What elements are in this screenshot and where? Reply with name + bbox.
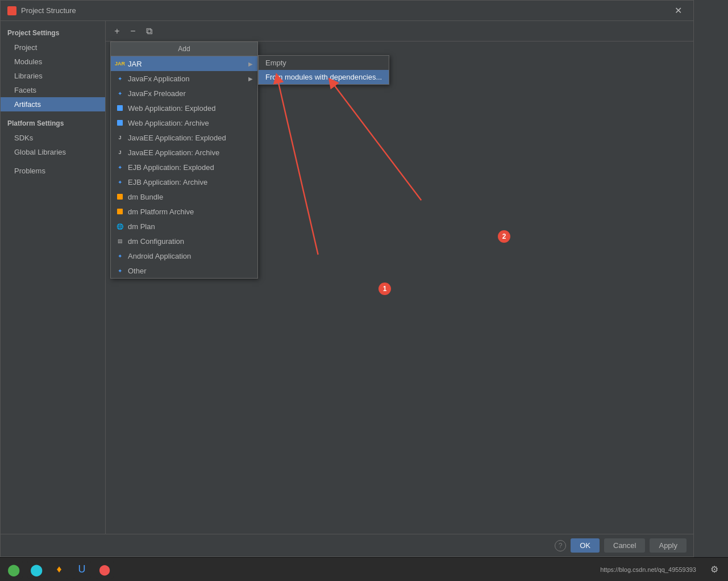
menu-item-ejb-archive[interactable]: ✦ EJB Application: Archive [111,175,257,189]
menu-item-javaee-archive[interactable]: J JavaEE Application: Archive [111,145,257,160]
web-app-archive-icon [115,118,124,127]
add-menu-header: Add [111,42,257,56]
other-icon: ✦ [115,266,124,275]
dm-platform-archive-icon [115,207,124,216]
android-app-icon: ✦ [115,251,124,260]
apply-button[interactable]: Apply [650,538,687,553]
submenu-item-empty[interactable]: Empty [259,56,389,70]
annotation-badge-1: 1 [378,283,391,295]
ejb-archive-icon: ✦ [115,177,124,186]
dm-plan-icon: 🌐 [115,222,124,231]
sidebar-item-project[interactable]: Project [1,40,105,55]
content-area: Project Settings Project Modules Librari… [1,21,693,534]
window-title: Project Structure [21,6,670,15]
javafx-app-icon: ✦ [115,74,124,83]
toolbar: + − ⧉ [106,21,693,42]
ok-button[interactable]: OK [571,538,600,553]
annotation-badge-2: 2 [498,230,510,243]
menu-item-javafx-preloader[interactable]: ✦ JavaFx Preloader [111,86,257,101]
taskbar-icon-5[interactable]: ⬤ [95,561,114,579]
taskbar-icon-4[interactable]: U [73,561,91,579]
sidebar-item-problems[interactable]: Problems [1,164,105,178]
javafx-preloader-icon: ✦ [115,89,124,98]
sidebar-divider [1,111,105,116]
ejb-exploded-icon: ✦ [115,163,124,172]
sidebar-item-sdks[interactable]: SDKs [1,131,105,145]
title-bar: Project Structure ✕ [1,1,693,21]
cancel-button[interactable]: Cancel [604,538,645,553]
project-structure-dialog: Project Structure ✕ Project Settings Pro… [0,0,694,557]
project-settings-header: Project Settings [1,26,105,40]
javaee-archive-icon: J [115,148,124,157]
sidebar-item-modules[interactable]: Modules [1,55,105,69]
menu-item-dm-bundle[interactable]: dm Bundle [111,189,257,204]
submenu-item-from-modules[interactable]: From modules with dependencies... [259,70,389,84]
platform-settings-header: Platform Settings [1,116,105,131]
add-button[interactable]: + [110,24,124,38]
sidebar-item-artifacts[interactable]: Artifacts [1,97,105,111]
web-app-exploded-icon [115,103,124,113]
sub-menu: Empty From modules with dependencies... [258,55,389,85]
help-button[interactable]: ? [555,540,566,551]
dm-config-icon: ▤ [115,236,124,246]
app-icon [7,6,16,15]
url-display: https://blog.csdn.net/qq_49559393 [600,566,696,573]
main-panel: + − ⧉ Add JAR JAR ▶ [106,21,693,534]
submenu-arrow: ▶ [248,61,253,67]
menu-item-jar[interactable]: JAR JAR ▶ [111,56,257,71]
sidebar-divider-2 [1,159,105,164]
copy-button[interactable]: ⧉ [142,24,156,38]
sidebar-item-global-libraries[interactable]: Global Libraries [1,145,105,159]
taskbar-icon-2[interactable]: ⬤ [27,561,45,579]
menu-item-javafx-app[interactable]: ✦ JavaFx Application ▶ [111,71,257,86]
add-menu: Add JAR JAR ▶ ✦ JavaFx Application ▶ [110,42,258,279]
menu-item-web-app-exploded[interactable]: Web Application: Exploded [111,101,257,115]
menu-item-android-app[interactable]: ✦ Android Application [111,248,257,263]
chrome-icon[interactable]: ⬤ [5,561,23,579]
sidebar-item-libraries[interactable]: Libraries [1,69,105,83]
menu-item-dm-plan[interactable]: 🌐 dm Plan [111,219,257,234]
bottom-bar: ? OK Cancel Apply [1,534,693,557]
dropdown-container: Add JAR JAR ▶ ✦ JavaFx Application ▶ [110,42,389,279]
sidebar: Project Settings Project Modules Librari… [1,21,106,534]
dm-bundle-icon [115,192,124,201]
menu-item-other[interactable]: ✦ Other [111,263,257,278]
close-button[interactable]: ✕ [670,3,687,18]
submenu-arrow-2: ▶ [248,76,253,82]
jar-icon: JAR [115,59,124,68]
taskbar-settings[interactable]: ⚙ [705,561,723,579]
taskbar: ⬤ ⬤ ♦ U ⬤ https://blog.csdn.net/qq_49559… [0,557,728,581]
sidebar-item-facets[interactable]: Facets [1,83,105,97]
remove-button[interactable]: − [126,24,140,38]
menu-item-dm-platform-archive[interactable]: dm Platform Archive [111,204,257,219]
javaee-exploded-icon: J [115,133,124,142]
menu-item-javaee-exploded[interactable]: J JavaEE Application: Exploded [111,130,257,145]
menu-item-ejb-exploded[interactable]: ✦ EJB Application: Exploded [111,160,257,175]
menu-item-dm-config[interactable]: ▤ dm Configuration [111,234,257,248]
taskbar-icon-3[interactable]: ♦ [50,561,68,579]
menu-item-web-app-archive[interactable]: Web Application: Archive [111,115,257,130]
